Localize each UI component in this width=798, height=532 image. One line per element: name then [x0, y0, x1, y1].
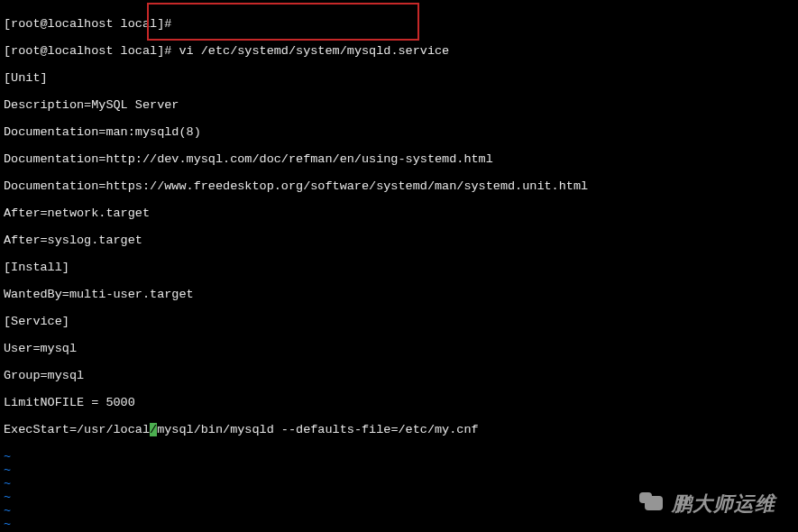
- file-content-doc-mysql: Documentation=http://dev.mysql.com/doc/r…: [4, 152, 794, 166]
- file-content-user: User=mysql: [4, 342, 794, 355]
- file-content-wantedby: WantedBy=multi-user.target: [4, 288, 794, 301]
- watermark: 鹏大师运维: [639, 492, 775, 514]
- wechat-icon: [639, 492, 665, 514]
- file-content-doc-freedesktop: Documentation=https://www.freedesktop.or…: [4, 179, 794, 193]
- file-content-group: Group=mysql: [4, 369, 794, 382]
- file-content-execstart: ExecStart=/usr/local/mysql/bin/mysqld --…: [4, 423, 794, 436]
- prompt-line-1: [root@localhost local]#: [4, 17, 794, 31]
- vi-command: vi /etc/systemd/system/mysqld.service: [171, 44, 449, 58]
- prompt-line-2: [root@localhost local]# vi /etc/systemd/…: [4, 44, 794, 58]
- terminal-output[interactable]: [root@localhost local]# [root@localhost …: [0, 0, 798, 532]
- file-content-after-network: After=network.target: [4, 206, 794, 220]
- file-content-doc-man: Documentation=man:mysqld(8): [4, 125, 794, 139]
- file-content-service: [Service]: [4, 315, 794, 328]
- file-content-unit: [Unit]: [4, 71, 794, 85]
- file-content-after-syslog: After=syslog.target: [4, 234, 794, 247]
- vi-tilde-line: ~: [4, 450, 794, 463]
- file-content-install: [Install]: [4, 261, 794, 274]
- exec-post: mysql/bin/mysqld --defaults-file=/etc/my…: [157, 423, 478, 436]
- shell-prompt: [root@localhost local]#: [4, 44, 171, 58]
- vi-empty-lines: ~~~~~~~~~~~~~~~~~~~~~~: [4, 450, 794, 532]
- vi-tilde-line: ~: [4, 518, 794, 531]
- vi-tilde-line: ~: [4, 463, 794, 477]
- vi-cursor: /: [150, 423, 157, 436]
- file-content-description: Description=MySQL Server: [4, 98, 794, 112]
- file-content-limitnofile: LimitNOFILE = 5000: [4, 396, 794, 409]
- vi-tilde-line: ~: [4, 477, 794, 491]
- watermark-text: 鹏大师运维: [672, 497, 775, 510]
- shell-prompt: [root@localhost local]#: [4, 17, 171, 31]
- exec-pre: ExecStart=/usr/local: [4, 423, 150, 436]
